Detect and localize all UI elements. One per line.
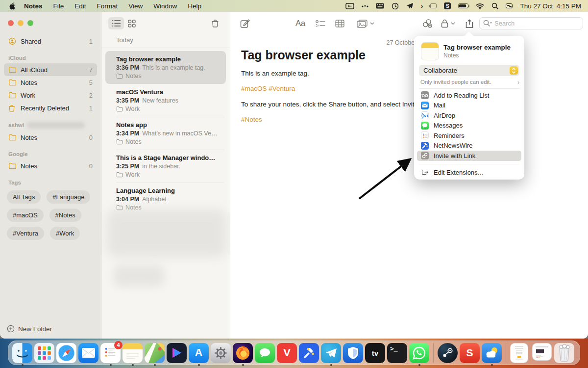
tag-pill-language[interactable]: #Language — [47, 190, 90, 204]
tag-pill-macos[interactable]: #macOS — [7, 209, 44, 222]
dock-weather[interactable] — [482, 343, 502, 363]
lock-chevron-icon[interactable] — [451, 17, 455, 30]
minimize-window-button[interactable] — [18, 20, 24, 26]
new-note-button[interactable] — [240, 17, 250, 30]
menu-format[interactable]: Format — [92, 2, 123, 10]
close-window-button[interactable] — [8, 20, 14, 26]
dock-whatsapp[interactable] — [409, 343, 429, 363]
dock-bitwarden[interactable] — [343, 343, 363, 363]
tag-pill-all-tags[interactable]: All Tags — [7, 190, 41, 204]
table-button[interactable] — [335, 17, 344, 30]
stage-manager-icon[interactable] — [430, 2, 437, 10]
menu-bar-clock[interactable]: Thu 27 Oct 4:15 PM — [520, 2, 581, 10]
dock-steam[interactable] — [438, 343, 458, 363]
apple-menu-icon[interactable] — [9, 2, 16, 10]
menu-edit[interactable]: Edit — [69, 2, 91, 10]
share-option-mail[interactable]: Mail — [417, 101, 521, 111]
airdrop-icon — [421, 111, 429, 119]
s-app-status-icon[interactable]: S — [444, 2, 451, 9]
dock-maps[interactable] — [145, 343, 165, 363]
menu-notes[interactable]: Notes — [19, 2, 48, 10]
note-paragraph[interactable]: This is an example tag. — [241, 70, 309, 77]
telegram-status-icon[interactable] — [406, 2, 414, 10]
dock-mail[interactable] — [78, 343, 98, 363]
dock-safari[interactable] — [56, 343, 76, 363]
collaborate-select[interactable]: Collaborate — [419, 65, 519, 76]
note-tags-notes[interactable]: #Notes — [241, 116, 262, 123]
more-status-icon[interactable] — [362, 2, 368, 10]
share-option-reminders[interactable]: Reminders — [417, 131, 521, 141]
note-title[interactable]: Tag browser example — [241, 48, 366, 62]
share-option-netnewswire[interactable]: NetNewsWire — [417, 141, 521, 151]
share-option-label: Messages — [434, 122, 463, 129]
search-input[interactable] — [479, 17, 583, 29]
chevron-right-icon[interactable]: › — [421, 2, 423, 10]
dock-media-player[interactable] — [167, 343, 187, 363]
menu-window[interactable]: Window — [148, 2, 182, 10]
share-option-reading-list[interactable]: Add to Reading List — [417, 90, 521, 101]
dock-minimized-window-1[interactable] — [510, 343, 530, 363]
gallery-view-button[interactable] — [124, 17, 140, 29]
new-folder-button[interactable]: New Folder — [7, 325, 52, 333]
dock-netnewswire[interactable] — [299, 343, 319, 363]
list-view-button[interactable] — [108, 17, 124, 29]
format-text-button[interactable]: Aa — [295, 17, 305, 30]
dock-minimized-window-2[interactable] — [532, 343, 552, 363]
time-machine-icon[interactable] — [392, 2, 399, 10]
dock-telegram[interactable] — [321, 343, 341, 363]
keyboard-icon[interactable] — [376, 2, 384, 10]
screen-mirroring-icon[interactable] — [345, 2, 354, 10]
dock-reminders[interactable]: 4 — [100, 343, 121, 363]
dock-apple-tv[interactable]: tv — [365, 343, 385, 363]
delete-note-button[interactable] — [207, 17, 223, 29]
dock-s-app[interactable]: S — [460, 343, 480, 363]
note-list-item[interactable]: This is a Stage Manager windo… 3:25 PMin… — [105, 150, 226, 183]
share-button[interactable] — [466, 17, 473, 30]
media-chevron-icon[interactable] — [370, 17, 374, 30]
checklist-button[interactable] — [316, 17, 326, 30]
menu-view[interactable]: View — [123, 2, 148, 10]
dock-system-settings[interactable] — [211, 343, 231, 363]
share-option-airdrop[interactable]: AirDrop — [417, 110, 521, 121]
dock-launchpad[interactable] — [34, 343, 54, 363]
tag-pill-ventura[interactable]: #Ventura — [7, 227, 44, 240]
menu-help[interactable]: Help — [182, 2, 207, 10]
dock-finder[interactable] — [12, 343, 32, 363]
share-option-messages[interactable]: Messages — [417, 121, 521, 131]
dock-notes[interactable] — [122, 343, 143, 363]
menu-bar: Notes File Edit Format View Window Help … — [0, 0, 588, 12]
dock-app-store[interactable]: A — [189, 343, 209, 363]
spotlight-icon[interactable] — [491, 2, 498, 10]
sidebar-item-notes[interactable]: Notes 5 — [4, 76, 97, 89]
edit-extensions-button[interactable]: Edit Extensions… — [417, 167, 521, 178]
tag-pill-work[interactable]: #Work — [50, 227, 80, 240]
lock-button[interactable] — [441, 17, 448, 30]
note-list-item[interactable]: macOS Ventura 3:35 PMNew features Work — [105, 84, 226, 117]
tag-pill-notes[interactable]: #Notes — [49, 209, 81, 222]
note-item-snippet: New features — [142, 97, 178, 104]
menu-file[interactable]: File — [48, 2, 70, 10]
sidebar-item-label: Notes — [21, 134, 37, 141]
sidebar-item-google-notes[interactable]: Notes 0 — [4, 159, 97, 172]
note-tags-macos-ventura[interactable]: #macOS #Ventura — [241, 85, 295, 92]
battery-icon[interactable] — [458, 2, 468, 10]
share-option-invite-with-link[interactable]: Invite with Link — [417, 151, 521, 161]
sidebar-item-shared[interactable]: Shared 1 — [4, 35, 97, 48]
media-button[interactable] — [357, 17, 368, 30]
dock-terminal[interactable]: >_ — [387, 343, 407, 363]
add-link-button[interactable] — [422, 17, 433, 30]
permission-row[interactable]: Only invited people can edit. › — [420, 79, 519, 86]
dock-messages[interactable] — [255, 343, 275, 363]
zoom-window-button[interactable] — [27, 20, 33, 26]
note-list-item-selected[interactable]: Tag browser example 3:36 PMThis is an ex… — [105, 51, 226, 84]
wifi-icon[interactable] — [476, 2, 484, 10]
sidebar-item-recently-deleted[interactable]: Recently Deleted 1 — [4, 102, 97, 114]
dock-vivaldi[interactable]: V — [277, 343, 297, 363]
sidebar-item-all-icloud[interactable]: All iCloud 7 — [4, 63, 97, 76]
control-center-icon[interactable] — [506, 2, 513, 10]
sidebar-item-work[interactable]: Work 2 — [4, 89, 97, 102]
dock-trash[interactable] — [554, 343, 574, 363]
sidebar-item-account-notes[interactable]: Notes 0 — [4, 131, 97, 144]
note-list-item[interactable]: Notes app 3:34 PMWhat's new in macOS Ve…… — [105, 117, 226, 150]
dock-firefox[interactable] — [233, 343, 253, 363]
